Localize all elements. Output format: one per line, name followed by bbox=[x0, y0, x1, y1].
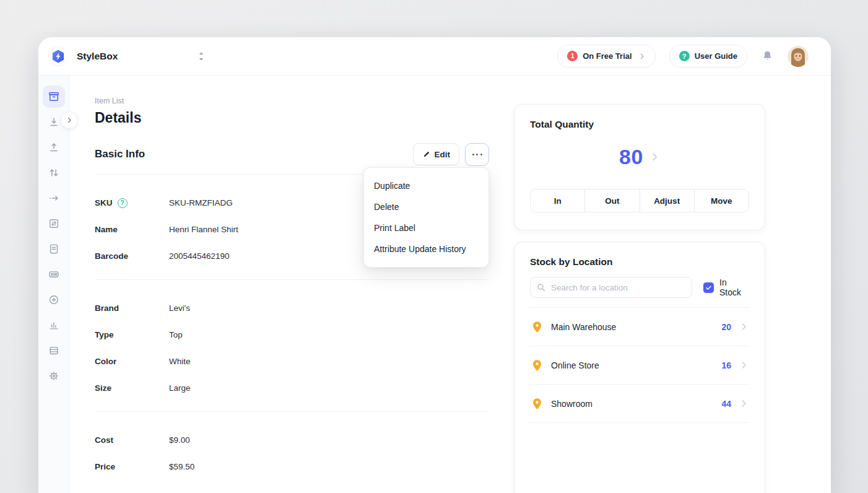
search-icon bbox=[536, 282, 546, 292]
stock-by-location-header: Stock by Location In Stock bbox=[514, 242, 765, 298]
stock-adjust-button[interactable]: Adjust bbox=[640, 190, 694, 212]
chevron-right-icon bbox=[739, 322, 749, 331]
more-actions-button[interactable] bbox=[465, 143, 489, 166]
pencil-icon bbox=[422, 151, 430, 159]
sidebar-item-settings[interactable] bbox=[43, 365, 65, 387]
basic-info-actions: Edit bbox=[413, 143, 490, 166]
plus-circle-icon bbox=[48, 294, 60, 306]
app-logo[interactable] bbox=[48, 46, 68, 66]
stack-icon bbox=[48, 344, 60, 357]
transfer-arrows-icon bbox=[48, 167, 60, 179]
app-title: StyleBox bbox=[77, 51, 118, 62]
type-label: Type bbox=[95, 330, 169, 339]
top-header: StyleBox 1 On Free Trial ? User Guide bbox=[38, 37, 831, 76]
free-trial-button[interactable]: 1 On Free Trial bbox=[557, 45, 655, 68]
location-search-input[interactable] bbox=[530, 277, 692, 298]
field-group-attributes: Brand Levi's Type Top Color White Size L… bbox=[95, 280, 489, 411]
sidebar-item-documents[interactable] bbox=[43, 238, 65, 260]
bar-chart-icon bbox=[48, 319, 60, 331]
chevron-right-icon bbox=[66, 116, 73, 124]
details-panel: Item List Details Basic Info Edit SK bbox=[95, 97, 489, 490]
cost-value: $9.00 bbox=[169, 435, 190, 445]
price-value: $59.50 bbox=[169, 462, 194, 471]
sku-value: SKU-RMZFIADG bbox=[169, 198, 233, 207]
barcode-value: 2005445462190 bbox=[169, 251, 230, 261]
more-actions-menu: Duplicate Delete Print Label Attribute U… bbox=[363, 167, 489, 268]
location-row-online-store[interactable]: Online Store 16 bbox=[514, 346, 765, 384]
sidebar-item-barcode[interactable] bbox=[43, 263, 65, 286]
color-value: White bbox=[169, 357, 191, 366]
document-icon bbox=[48, 243, 60, 255]
sidebar-item-items[interactable] bbox=[43, 85, 65, 108]
field-row-cost: Cost $9.00 bbox=[95, 427, 489, 453]
sidebar-nav bbox=[38, 76, 69, 493]
chevron-right-icon bbox=[739, 360, 749, 370]
menu-item-duplicate[interactable]: Duplicate bbox=[364, 175, 488, 196]
location-search bbox=[530, 277, 692, 298]
user-avatar[interactable] bbox=[788, 46, 809, 67]
name-value: Henri Flannel Shirt bbox=[169, 225, 238, 234]
location-row-showroom[interactable]: Showroom 44 bbox=[514, 385, 765, 422]
sidebar-item-move[interactable] bbox=[43, 187, 65, 209]
menu-item-print-label[interactable]: Print Label bbox=[364, 217, 488, 238]
total-quantity-link[interactable]: 80 bbox=[530, 145, 749, 169]
user-guide-label: User Guide bbox=[695, 51, 737, 61]
barcode-icon bbox=[48, 268, 60, 281]
sidebar-item-stock-out[interactable] bbox=[43, 136, 65, 159]
upload-arrow-icon bbox=[48, 141, 60, 154]
brand-value: Levi's bbox=[169, 303, 190, 313]
sidebar-item-reports[interactable] bbox=[43, 314, 65, 336]
size-value: Large bbox=[169, 383, 191, 393]
in-stock-checkbox[interactable] bbox=[703, 282, 714, 293]
location-pin-icon bbox=[532, 359, 542, 372]
stock-action-group: In Out Adjust Move bbox=[530, 189, 749, 212]
chevron-right-icon bbox=[638, 53, 646, 60]
sidebar-item-add-item[interactable] bbox=[43, 289, 65, 311]
sku-help-icon[interactable]: ? bbox=[118, 198, 128, 208]
adjust-box-icon bbox=[48, 217, 60, 230]
breadcrumb: Item List bbox=[95, 97, 489, 105]
field-group-pricing: Cost $9.00 Price $59.50 bbox=[95, 412, 489, 490]
edit-button[interactable]: Edit bbox=[413, 143, 460, 165]
basic-info-title: Basic Info bbox=[95, 148, 145, 160]
hexagon-bolt-icon bbox=[50, 48, 66, 64]
stock-in-button[interactable]: In bbox=[531, 190, 584, 212]
location-filter-row: In Stock bbox=[530, 277, 749, 298]
notifications-button[interactable] bbox=[761, 50, 774, 63]
stock-out-button[interactable]: Out bbox=[584, 190, 639, 212]
divider bbox=[529, 422, 750, 423]
location-qty: 16 bbox=[721, 360, 731, 370]
trial-count-badge: 1 bbox=[567, 51, 578, 61]
color-label: Color bbox=[95, 357, 169, 366]
location-pin-icon bbox=[532, 321, 542, 333]
total-quantity-value: 80 bbox=[619, 145, 643, 169]
items-box-icon bbox=[48, 90, 60, 103]
location-qty: 20 bbox=[721, 322, 731, 332]
avatar-image bbox=[788, 46, 809, 67]
field-row-type: Type Top bbox=[95, 321, 489, 348]
barcode-label: Barcode bbox=[95, 251, 169, 261]
stock-by-location-title: Stock by Location bbox=[530, 256, 749, 268]
header-actions: 1 On Free Trial ? User Guide bbox=[557, 45, 809, 68]
sidebar-item-data[interactable] bbox=[43, 339, 65, 362]
location-pin-icon bbox=[532, 398, 542, 410]
sku-label: SKU bbox=[95, 198, 113, 207]
field-row-brand: Brand Levi's bbox=[95, 295, 489, 321]
brand-label: Brand bbox=[95, 303, 169, 313]
stock-move-button[interactable]: Move bbox=[694, 190, 749, 212]
workspace-switcher[interactable] bbox=[197, 51, 206, 62]
edit-label: Edit bbox=[435, 150, 451, 159]
sidebar-item-transfer[interactable] bbox=[43, 162, 65, 184]
menu-item-delete[interactable]: Delete bbox=[364, 196, 488, 217]
menu-item-attribute-update-history[interactable]: Attribute Update History bbox=[364, 238, 488, 260]
page-title: Details bbox=[95, 110, 489, 126]
location-qty: 44 bbox=[721, 399, 731, 409]
field-row-price: Price $59.50 bbox=[95, 453, 489, 480]
sidebar-expand-button[interactable] bbox=[61, 111, 78, 129]
location-name: Showroom bbox=[551, 399, 592, 409]
location-row-main-warehouse[interactable]: Main Warehouse 20 bbox=[514, 308, 765, 346]
sidebar-item-adjust[interactable] bbox=[43, 212, 65, 235]
bell-icon bbox=[761, 50, 774, 63]
basic-info-header: Basic Info Edit bbox=[95, 142, 489, 166]
user-guide-button[interactable]: ? User Guide bbox=[669, 45, 747, 68]
